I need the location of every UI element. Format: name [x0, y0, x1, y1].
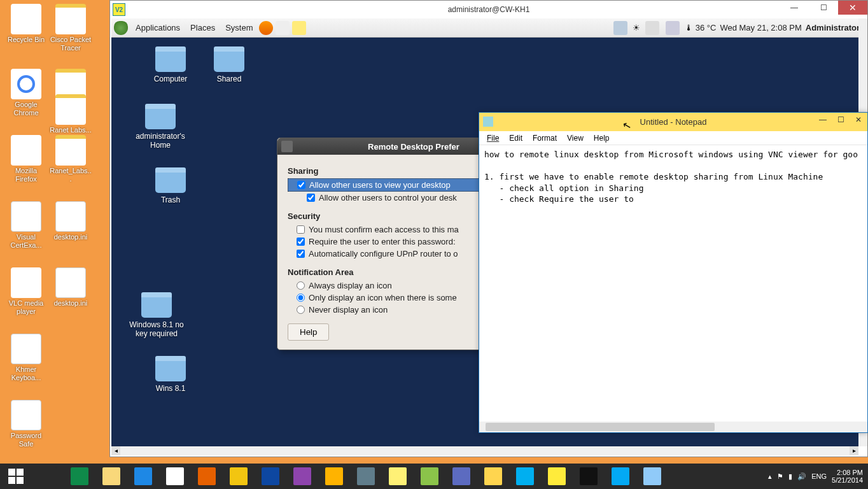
desktop-icon[interactable]: Google Chrome — [4, 69, 48, 117]
desktop-icon[interactable]: VLC media player — [4, 267, 48, 315]
taskbar-app-cmd[interactable] — [573, 464, 605, 489]
icon-label: Computer — [142, 74, 199, 83]
format-menu[interactable]: Format — [528, 132, 562, 144]
scroll-right-button[interactable]: ▸ — [850, 446, 858, 455]
taskbar-app-mail[interactable] — [477, 464, 509, 489]
taskbar-app-client1[interactable] — [414, 464, 445, 489]
maximize-button[interactable]: ☐ — [809, 1, 838, 15]
display-icon[interactable] — [666, 21, 680, 35]
desktop-icon[interactable]: desktop.ini — [48, 201, 93, 241]
desktop-icon[interactable]: Cisco Packet Tracer — [48, 4, 93, 52]
tray-language[interactable]: ENG — [811, 472, 827, 480]
foobar-icon — [325, 467, 343, 485]
taskbar-app-start[interactable] — [32, 464, 64, 489]
desktop-icon[interactable]: Mozilla Firefox — [4, 135, 48, 183]
linux-desktop-icon[interactable]: Trash — [142, 167, 199, 204]
clock-label[interactable]: Wed May 21, 2:08 PM — [720, 23, 801, 32]
tray-time[interactable]: 2:08 PM — [832, 469, 863, 476]
taskbar-app-teamviewer[interactable] — [255, 464, 286, 489]
taskbar-app-outlook[interactable] — [223, 464, 255, 489]
taskbar-app-photos[interactable] — [605, 464, 636, 489]
taskbar-app-client2[interactable] — [445, 464, 477, 489]
linux-desktop-icon[interactable]: Computer — [142, 46, 199, 83]
notes-launcher-icon[interactable] — [292, 21, 306, 35]
only-when-radio[interactable] — [297, 294, 305, 302]
taskbar-app-skype[interactable] — [509, 464, 541, 489]
vnc-horizontal-scrollbar[interactable]: ◂ ▸ — [111, 446, 858, 455]
help-button[interactable]: Help — [288, 323, 329, 341]
taskbar-app-ie[interactable] — [127, 464, 159, 489]
allow-view-checkbox[interactable] — [297, 181, 305, 189]
notepad-maximize-button[interactable]: ☐ — [832, 113, 850, 127]
taskbar-app-dbeaver[interactable] — [286, 464, 318, 489]
taskbar-app-firefox[interactable] — [191, 464, 223, 489]
tray-date[interactable]: 5/21/2014 — [832, 476, 863, 484]
desktop-icon[interactable]: desktop.ini — [48, 267, 93, 308]
notepad-titlebar[interactable]: Untitled - Notepad — ☐ ✕ — [479, 113, 867, 131]
icon-label: Visual CertExa... — [4, 233, 48, 249]
always-icon-radio[interactable] — [297, 281, 305, 290]
upnp-checkbox[interactable] — [297, 250, 305, 258]
taskbar-app-explorer[interactable] — [95, 464, 127, 489]
network-icon[interactable] — [613, 21, 627, 35]
minimize-button[interactable]: — — [780, 1, 809, 15]
gnome-foot-icon[interactable] — [114, 21, 128, 35]
dialog-title-text: Remote Desktop Prefer — [368, 142, 459, 152]
user-label[interactable]: Administrator — [806, 23, 860, 32]
vnc-title-text: administrator@CW-KH1 — [448, 5, 530, 14]
view-menu[interactable]: View — [562, 132, 589, 144]
taskbar-app-foobar[interactable] — [318, 464, 350, 489]
desktop-icon[interactable]: Password Safe — [4, 400, 48, 448]
taskbar-app-vnc[interactable] — [541, 464, 573, 489]
notepad-horizontal-scrollbar[interactable] — [479, 422, 867, 432]
always-icon-label: Always display an icon — [309, 281, 392, 290]
edit-menu[interactable]: Edit — [504, 132, 528, 144]
desktop-icon[interactable]: Recycle Bin — [4, 4, 48, 44]
tray-volume-icon[interactable]: 🔊 — [797, 472, 806, 481]
tray-flag-icon[interactable]: ⚑ — [777, 472, 783, 481]
taskbar-app-notepad[interactable] — [382, 464, 414, 489]
tray-network-icon[interactable]: ▮ — [788, 472, 792, 481]
system-menu[interactable]: System — [220, 18, 258, 38]
close-button[interactable]: ✕ — [838, 1, 867, 15]
taskbar-app-wordpad[interactable] — [636, 464, 668, 489]
taskbar-app-chrome[interactable] — [159, 464, 191, 489]
allow-control-checkbox[interactable] — [307, 194, 315, 202]
confirm-access-checkbox[interactable] — [297, 225, 305, 234]
file-menu[interactable]: File — [482, 132, 504, 144]
applications-menu[interactable]: Applications — [130, 18, 185, 38]
desktop-icon[interactable]: Ranet_Labs... — [48, 135, 93, 183]
folder-icon — [155, 356, 186, 381]
mail-launcher-icon[interactable] — [276, 21, 290, 35]
desktop-icon[interactable]: Ranet Labs... — [48, 94, 93, 134]
mail-icon — [484, 467, 502, 485]
scroll-left-button[interactable]: ◂ — [111, 446, 120, 455]
linux-desktop-icon[interactable]: administrator's Home — [132, 104, 189, 150]
linux-desktop-icon[interactable]: Windows 8.1 no key required — [128, 292, 185, 339]
linux-desktop-icon[interactable]: Wins 8.1 — [142, 356, 199, 393]
dialog-system-icon — [281, 141, 293, 152]
require-password-checkbox[interactable] — [297, 237, 305, 246]
start-icon — [39, 467, 57, 485]
notepad-minimize-button[interactable]: — — [814, 113, 832, 127]
linux-desktop-icon[interactable]: Shared — [200, 46, 258, 83]
app-icon — [11, 69, 41, 99]
notepad-close-button[interactable]: ✕ — [850, 113, 867, 127]
never-icon-radio[interactable] — [297, 306, 305, 314]
volume-icon[interactable] — [645, 21, 659, 35]
desktop-icon[interactable]: Visual CertExa... — [4, 201, 48, 249]
desktop-icon[interactable]: Khmer Keyboa... — [4, 334, 48, 381]
help-menu[interactable]: Help — [589, 132, 615, 144]
taskbar-app-mremote[interactable] — [350, 464, 382, 489]
vnc-titlebar[interactable]: V2 administrator@CW-KH1 — ☐ ✕ — [110, 1, 867, 18]
client1-icon — [421, 467, 438, 485]
places-menu[interactable]: Places — [185, 18, 220, 38]
start-button[interactable] — [0, 464, 32, 489]
tray-chevron-up-icon[interactable]: ▴ — [768, 472, 772, 481]
notepad-textarea[interactable]: how to remote linux desktop from Microso… — [479, 145, 867, 414]
app-icon — [55, 4, 86, 34]
firefox-launcher-icon[interactable] — [259, 21, 273, 35]
scrollbar-thumb[interactable] — [486, 423, 715, 431]
taskbar-app-store[interactable] — [64, 464, 95, 489]
notepad-icon — [389, 467, 407, 485]
